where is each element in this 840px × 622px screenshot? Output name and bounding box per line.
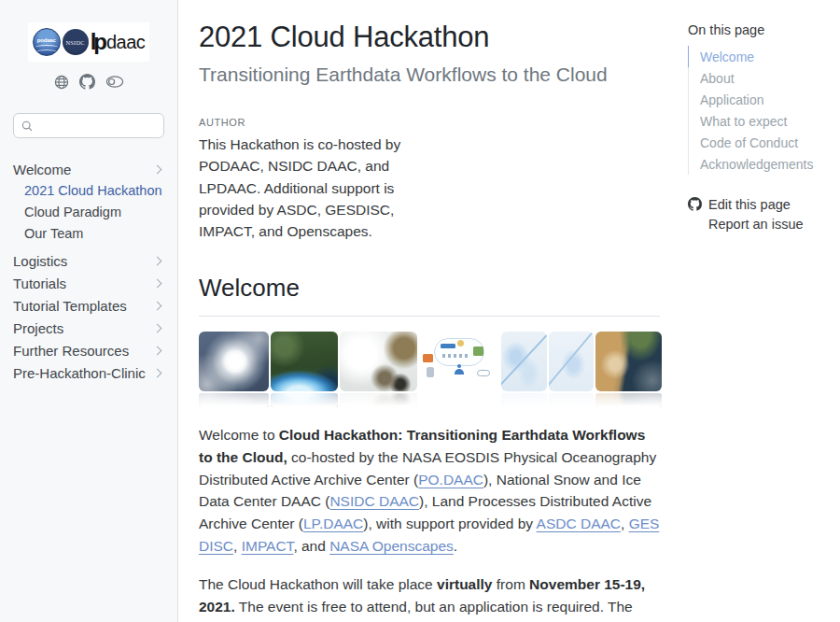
cloud-architecture-diagram <box>419 332 499 407</box>
lpdaac-logo-icon: lp daac <box>91 31 146 53</box>
sidebar-item-further-resources[interactable]: Further Resources <box>13 339 164 361</box>
page-title: 2021 Cloud Hackathon <box>199 21 660 54</box>
author-label: AUTHOR <box>199 117 660 128</box>
toc-item-about[interactable]: About <box>688 67 833 89</box>
sea-ice-satellite <box>501 332 547 407</box>
sidebar-item-pre-hackathon-clinic[interactable]: Pre-Hackathon-Clinic <box>13 361 164 384</box>
podaac-logo-label: podaac <box>37 37 56 43</box>
link-impact[interactable]: IMPACT <box>242 538 294 554</box>
link-nsidc-daac[interactable]: NSIDC DAAC <box>329 493 419 509</box>
sidebar-item-tutorials[interactable]: Tutorials <box>13 272 164 294</box>
sidebar-item-cloud-paradigm[interactable]: Cloud Paradigm <box>13 202 164 223</box>
page: podaac NSIDC lp daac <box>0 0 840 622</box>
toc-heading: On this page <box>688 22 833 37</box>
chevron-right-icon <box>153 278 162 288</box>
toc-item-application[interactable]: Application <box>688 89 833 110</box>
chevron-right-icon <box>153 368 162 377</box>
sidebar-item-label: Pre-Hackathon-Clinic <box>13 365 146 381</box>
search-input[interactable] <box>38 118 156 134</box>
sidebar-item-label: Projects <box>13 320 63 336</box>
page-subtitle: Transitioning Earthdata Workflows to the… <box>199 64 660 86</box>
search-box[interactable] <box>13 113 164 138</box>
daac-label: daac <box>106 33 145 51</box>
edit-this-page-label: Edit this page <box>708 197 791 212</box>
toc-item-welcome[interactable]: Welcome <box>688 46 833 67</box>
toc: On this page Welcome About Application W… <box>688 0 840 622</box>
toggle-icon[interactable] <box>105 75 124 89</box>
article: 2021 Cloud Hackathon Transitioning Earth… <box>199 0 660 622</box>
sidebar-item-projects[interactable]: Projects <box>13 317 164 339</box>
social-links <box>13 74 164 90</box>
globe-icon[interactable] <box>54 75 69 90</box>
report-an-issue-link[interactable]: Report an issue <box>688 214 833 233</box>
link-podaac[interactable]: PO.DAAC <box>418 472 483 488</box>
sidebar-item-label: Further Resources <box>13 343 129 359</box>
chevron-right-icon <box>153 256 162 265</box>
github-icon <box>688 197 702 211</box>
link-nasa-openscapes[interactable]: NASA Openscapes <box>329 538 454 554</box>
sidebar-item-welcome[interactable]: Welcome <box>13 158 164 180</box>
link-lpdaac[interactable]: LP.DAAC <box>303 516 363 531</box>
site-logo[interactable]: podaac NSIDC lp daac <box>28 22 149 62</box>
toc-item-code-of-conduct[interactable]: Code of Conduct <box>688 132 833 153</box>
sidebar-item-label: Welcome <box>13 162 71 177</box>
chevron-right-icon <box>153 346 162 355</box>
toc-item-acknowledgements[interactable]: Acknowledgements <box>688 153 833 175</box>
sidebar-item-label: Tutorial Templates <box>13 298 127 314</box>
nsidc-logo-icon: NSIDC <box>63 29 89 55</box>
sea-ice-satellite-alt <box>549 332 594 407</box>
search-icon <box>21 120 33 133</box>
welcome-paragraph: Welcome to Cloud Hackathon: Transitionin… <box>199 424 660 557</box>
chevron-right-icon <box>153 323 162 332</box>
main-area: 2021 Cloud Hackathon Transitioning Earth… <box>178 0 840 622</box>
banner-image-strip <box>199 332 660 407</box>
schedule-paragraph: The Cloud Hackathon will take place virt… <box>199 573 660 622</box>
sidebar-item-our-team[interactable]: Our Team <box>13 223 164 245</box>
toc-item-what-to-expect[interactable]: What to expect <box>688 110 833 132</box>
sidebar-item-label: Tutorials <box>13 276 66 291</box>
hurricane-satellite <box>199 332 269 407</box>
sidebar-item-logistics[interactable]: Logistics <box>13 249 164 272</box>
toc-actions: Edit this page Report an issue <box>688 194 833 233</box>
sidebar-item-label: Logistics <box>13 253 67 269</box>
report-an-issue-label: Report an issue <box>708 217 804 232</box>
desert-coast-satellite <box>595 332 662 407</box>
sidebar-item-2021-cloud-hackathon[interactable]: 2021 Cloud Hackathon <box>13 180 164 202</box>
arctic-ice-satellite <box>340 332 417 407</box>
podaac-logo-icon: podaac <box>33 28 61 56</box>
sidebar-nav: Welcome 2021 Cloud Hackathon Cloud Parad… <box>13 158 164 384</box>
toc-list: Welcome About Application What to expect… <box>688 46 833 175</box>
chevron-right-icon <box>153 301 162 310</box>
sidebar: podaac NSIDC lp daac <box>0 0 178 622</box>
nsidc-logo-label: NSIDC <box>65 39 85 46</box>
sidebar-subnav-welcome: 2021 Cloud Hackathon Cloud Paradigm Our … <box>13 180 164 245</box>
sidebar-item-tutorial-templates[interactable]: Tutorial Templates <box>13 294 164 317</box>
chevron-right-icon <box>153 164 162 174</box>
link-asdc-daac[interactable]: ASDC DAAC <box>537 516 621 531</box>
coastal-forest-satellite <box>271 332 338 407</box>
github-icon[interactable] <box>79 74 95 90</box>
section-heading-welcome: Welcome <box>199 274 660 317</box>
author-text: This Hackathon is co-hosted by PODAAC, N… <box>199 134 445 242</box>
edit-this-page-link[interactable]: Edit this page <box>688 194 833 214</box>
lp-mark-label: lp <box>91 31 105 53</box>
